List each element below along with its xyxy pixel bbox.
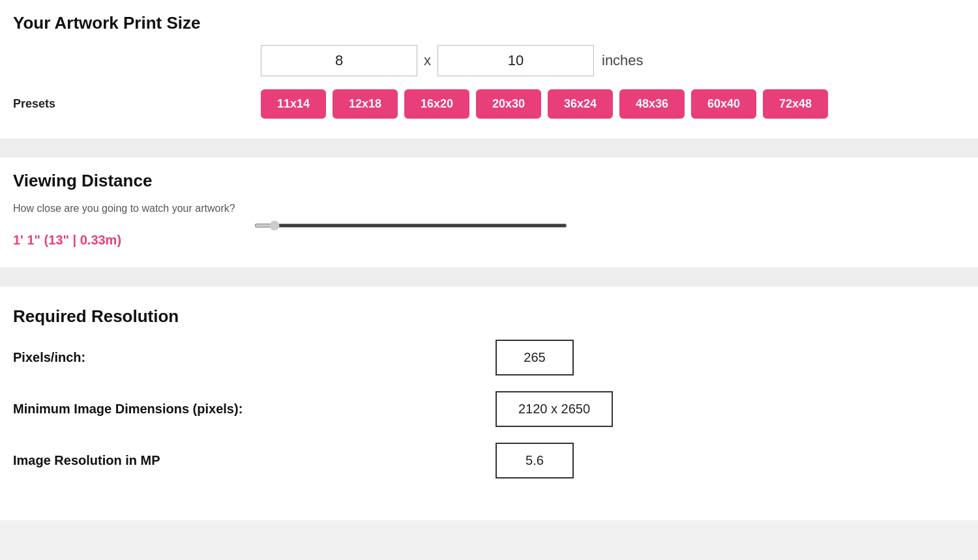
pixels-per-inch-value: 265: [496, 340, 574, 376]
preset-button-60x40[interactable]: 60x40: [691, 89, 756, 119]
preset-button-48x36[interactable]: 48x36: [619, 89, 685, 119]
preset-button-12x18[interactable]: 12x18: [333, 89, 398, 119]
preset-buttons-container: 11x14 12x18 16x20 20x30 36x24 48x36 60x4…: [261, 89, 828, 119]
preset-button-72x48[interactable]: 72x48: [763, 89, 828, 119]
required-resolution-section: Required Resolution Pixels/inch: 265 Min…: [0, 287, 978, 520]
distance-value: 1' 1" (13" | 0.33m): [13, 233, 965, 248]
viewing-title: Viewing Distance: [13, 171, 965, 191]
units-label: inches: [602, 52, 644, 69]
pixels-per-inch-label: Pixels/inch:: [13, 350, 496, 365]
preset-button-20x30[interactable]: 20x30: [476, 89, 541, 119]
image-resolution-mp-label: Image Resolution in MP: [13, 453, 496, 468]
artwork-print-size-section: Your Artwork Print Size x inches Presets…: [0, 0, 978, 138]
min-image-dimensions-label: Minimum Image Dimensions (pixels):: [13, 402, 496, 417]
image-resolution-mp-row: Image Resolution in MP 5.6: [13, 443, 965, 479]
viewing-subtitle: How close are you going to watch your ar…: [13, 203, 965, 214]
resolution-title: Required Resolution: [13, 306, 965, 327]
gap-1: [0, 138, 978, 158]
height-input[interactable]: [437, 45, 594, 76]
preset-button-36x24[interactable]: 36x24: [548, 89, 613, 119]
preset-button-11x14[interactable]: 11x14: [261, 89, 326, 119]
viewing-distance-slider[interactable]: [254, 224, 567, 228]
pixels-per-inch-row: Pixels/inch: 265: [13, 340, 965, 376]
artwork-title: Your Artwork Print Size: [13, 13, 965, 33]
print-size-row: x inches: [261, 45, 965, 76]
slider-row: [13, 224, 965, 228]
width-input[interactable]: [261, 45, 417, 76]
x-separator: x: [424, 52, 431, 69]
min-image-dimensions-value: 2120 x 2650: [496, 391, 613, 427]
viewing-distance-section: Viewing Distance How close are you going…: [0, 158, 978, 267]
preset-button-16x20[interactable]: 16x20: [404, 89, 469, 119]
presets-row: Presets 11x14 12x18 16x20 20x30 36x24 48…: [13, 89, 965, 119]
gap-2: [0, 267, 978, 287]
resolution-table: Pixels/inch: 265 Minimum Image Dimension…: [13, 340, 965, 479]
min-image-dimensions-row: Minimum Image Dimensions (pixels): 2120 …: [13, 391, 965, 427]
presets-label: Presets: [13, 97, 261, 111]
image-resolution-mp-value: 5.6: [496, 443, 574, 479]
